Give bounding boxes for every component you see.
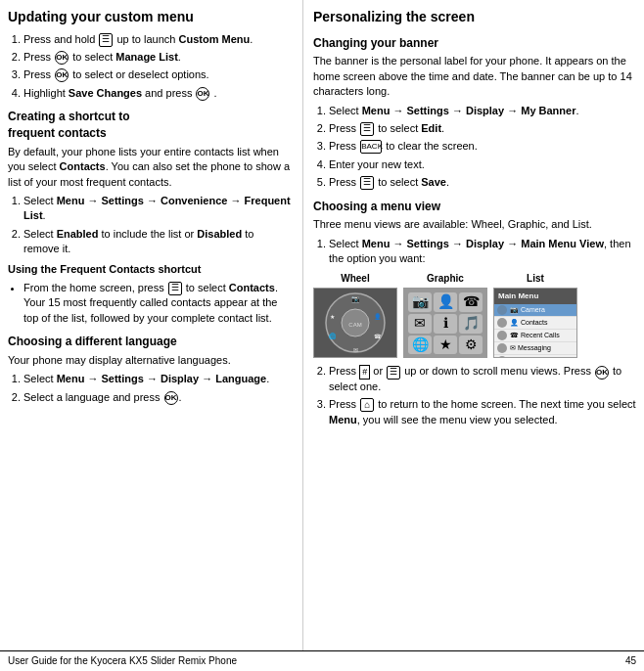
graphic-cell-5: ℹ — [434, 314, 457, 334]
banner-title: Changing your banner — [313, 35, 636, 52]
banner-steps: Select Menu → Settings → Display → My Ba… — [329, 104, 636, 191]
step4-text1: Highlight Save Changes and press — [23, 87, 195, 99]
step-1: Press and hold ☰ up to launch Custom Men… — [23, 32, 293, 47]
svg-text:☎: ☎ — [374, 334, 382, 339]
shortcut-step-1: Select Menu → Settings → Convenience → F… — [23, 194, 293, 224]
svg-text:★: ★ — [330, 314, 335, 320]
shortcut-title: Creating a shortcut tofrequent contacts — [8, 109, 293, 142]
section-banner: Changing your banner The banner is the p… — [313, 35, 636, 191]
language-body: Your phone may display alternative langu… — [8, 353, 293, 368]
language-step-2: Select a language and press OK. — [23, 390, 293, 405]
step3-text2: to select or deselect options. — [72, 68, 208, 80]
list-screen: Main Menu 📷 Camera 👤 Contacts — [493, 288, 577, 358]
menu-view-title: Choosing a menu view — [313, 199, 636, 215]
graphic-cell-3: ☎ — [459, 292, 483, 312]
banner-step-4: Enter your new text. — [329, 157, 636, 172]
graphic-cell-6: 🎵 — [459, 314, 483, 334]
step2-text2: to select Manage List. — [72, 51, 181, 63]
graphic-cell-1: 📷 — [408, 292, 432, 312]
list-item-getit: ① Get it NOW — [494, 355, 576, 359]
section-menu-view: Choosing a menu view Three menu views ar… — [313, 199, 636, 428]
banner-step-1: Select Menu → Settings → Display → My Ba… — [329, 104, 636, 118]
menu-view-body: Three menu views are available: Wheel, G… — [313, 217, 636, 232]
left-column: Updating your custom menu Press and hold… — [0, 0, 303, 650]
square-icon-2: ☰ — [168, 282, 182, 295]
step1-press: Press and hold — [23, 33, 98, 45]
footer-left: User Guide for the Kyocera KX5 Slider Re… — [8, 654, 237, 668]
graphic-cell-8: ★ — [434, 336, 457, 355]
list-label: List — [527, 272, 544, 286]
menu-view-step-1: Select Menu → Settings → Display → Main … — [329, 237, 636, 267]
step-4: Highlight Save Changes and press OK . — [23, 86, 293, 101]
shortcut-steps: Select Menu → Settings → Convenience → F… — [23, 194, 293, 257]
section-language: Choosing a different language Your phone… — [8, 334, 293, 405]
square-icon-4: ☰ — [360, 176, 374, 190]
ok-icon-3: OK — [196, 87, 209, 101]
wheel-label: Wheel — [341, 272, 369, 286]
step4-end: . — [214, 87, 217, 99]
frequent-shortcut-title: Using the Frequent Contacts shortcut — [8, 262, 293, 277]
graphic-cell-9: ⚙ — [459, 336, 483, 355]
section-personalizing: Personalizing the screen — [313, 8, 636, 27]
square-icon-1: ☰ — [99, 33, 113, 47]
page-container: Updating your custom menu Press and hold… — [0, 0, 644, 671]
step2-press: Press — [23, 51, 54, 63]
banner-step-3: Press BACK to clear the screen. — [329, 139, 636, 154]
home-icon: ⌂ — [360, 398, 374, 412]
svg-text:📷: 📷 — [351, 294, 360, 303]
ok-icon-5: OK — [595, 366, 609, 380]
svg-text:🌐: 🌐 — [329, 333, 337, 340]
ok-icon-4: OK — [164, 391, 178, 405]
section-shortcut: Creating a shortcut tofrequent contacts … — [8, 109, 293, 256]
graphic-image-block: Graphic 📷 👤 ☎ ✉ ℹ 🎵 🌐 ★ — [403, 272, 487, 358]
personalizing-title: Personalizing the screen — [313, 8, 636, 27]
square-icon-3: ☰ — [360, 122, 374, 136]
graphic-label: Graphic — [427, 272, 464, 286]
banner-step-5: Press ☰ to select Save. — [329, 175, 636, 190]
content-area: Updating your custom menu Press and hold… — [0, 0, 644, 650]
section-updating: Updating your custom menu Press and hold… — [8, 8, 293, 101]
wheel-screen: 📷 👤 ☎ ✉ 🌐 ★ CAM — [313, 288, 397, 358]
ok-icon-2: OK — [55, 68, 69, 82]
language-step-1: Select Menu → Settings → Display → Langu… — [23, 372, 293, 386]
list-image-block: List Main Menu 📷 Camera 👤 Con — [493, 272, 577, 358]
menu-view-step-2: Press # or ☰ up or down to scroll menu v… — [329, 364, 636, 394]
shortcut-body: By default, your phone lists your entire… — [8, 145, 293, 190]
graphic-cell-7: 🌐 — [408, 336, 432, 355]
svg-text:CAM: CAM — [348, 322, 361, 328]
graphic-screen: 📷 👤 ☎ ✉ ℹ 🎵 🌐 ★ ⚙ — [403, 288, 487, 358]
graphic-cell-2: 👤 — [434, 292, 457, 312]
list-item-recent: ☎ Recent Calls — [494, 330, 576, 342]
right-column: Personalizing the screen Changing your b… — [303, 0, 644, 650]
step-3: Press OK to select or deselect options. — [23, 67, 293, 82]
square-icon-5: ☰ — [387, 366, 400, 380]
footer-right: 45 — [625, 654, 636, 668]
svg-text:✉: ✉ — [353, 347, 358, 353]
list-item-contacts: 👤 Contacts — [494, 317, 576, 330]
frequent-shortcut-item: From the home screen, press ☰ to select … — [23, 281, 293, 326]
menu-view-images: Wheel 📷 👤 — [313, 272, 636, 358]
menu-view-steps: Select Menu → Settings → Display → Main … — [329, 237, 636, 267]
banner-step-2: Press ☰ to select Edit. — [329, 121, 636, 136]
updating-steps: Press and hold ☰ up to launch Custom Men… — [23, 32, 293, 102]
svg-text:👤: 👤 — [374, 313, 382, 321]
step3-press: Press — [23, 68, 54, 80]
step1-text2: up to launch Custom Menu. — [117, 33, 253, 45]
back-icon: BACK — [360, 140, 382, 154]
updating-title: Updating your custom menu — [8, 8, 293, 27]
section-frequent-shortcut: Using the Frequent Contacts shortcut Fro… — [8, 262, 293, 326]
shortcut-step-2: Select Enabled to include the list or Di… — [23, 227, 293, 257]
step-2: Press OK to select Manage List. — [23, 50, 293, 65]
ok-icon-1: OK — [55, 51, 69, 65]
wheel-image-block: Wheel 📷 👤 — [313, 272, 397, 358]
list-item-camera: 📷 Camera — [494, 304, 576, 317]
wheel-svg: 📷 👤 ☎ ✉ 🌐 ★ CAM — [322, 290, 389, 356]
menu-view-step-3: Press ⌂ to return to the home screen. Th… — [329, 397, 636, 427]
menu-view-steps-2: Press # or ☰ up or down to scroll menu v… — [329, 364, 636, 427]
list-header: Main Menu — [494, 289, 576, 303]
graphic-cell-4: ✉ — [408, 314, 432, 334]
footer: User Guide for the Kyocera KX5 Slider Re… — [0, 650, 644, 671]
list-item-messaging: ✉ Messaging — [494, 342, 576, 355]
hash-icon: # — [359, 365, 370, 380]
language-title: Choosing a different language — [8, 334, 293, 350]
